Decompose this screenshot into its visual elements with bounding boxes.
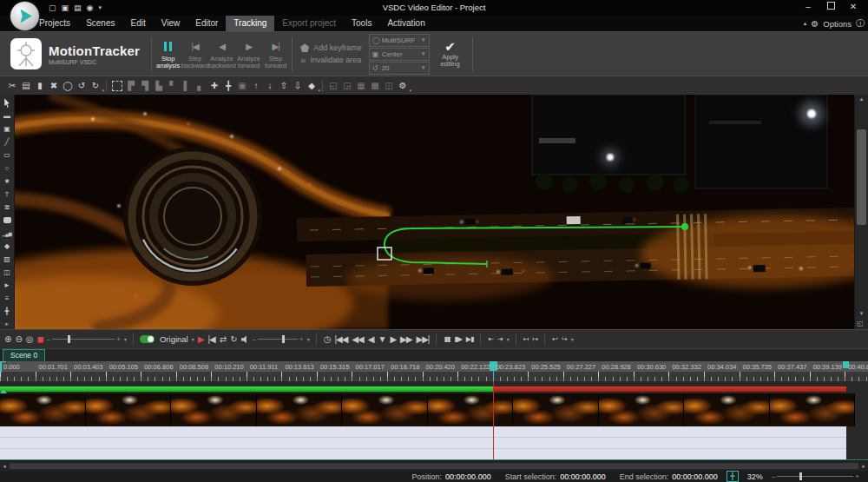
redo-icon[interactable]: ↻▾ xyxy=(89,79,102,93)
menu-item-view[interactable]: View xyxy=(154,16,188,31)
analyze-backward-button[interactable]: ◀Analyzebackward xyxy=(208,32,235,76)
video-preview-canvas[interactable] xyxy=(15,95,854,329)
select-area-icon[interactable] xyxy=(110,79,124,93)
show-time-icon[interactable]: ◷ xyxy=(323,330,332,348)
angle-dropdown[interactable]: ↺20▼ xyxy=(369,62,430,75)
tool-levels[interactable]: ≡ xyxy=(0,292,14,305)
pause-at-cursor-icon[interactable]: ▮▶ xyxy=(453,330,463,348)
copy-icon[interactable]: ▤ xyxy=(19,79,33,93)
menu-item-export-project[interactable]: Export project xyxy=(274,16,344,31)
step-forward-button[interactable]: ▶|Stepforward xyxy=(262,32,289,76)
preview-mode-toggle[interactable] xyxy=(140,335,155,343)
bring-to-front-icon[interactable]: ⇧ xyxy=(277,79,291,93)
snap-toggle[interactable]: ╋ xyxy=(727,471,739,482)
tool-rectangle[interactable]: ▭ xyxy=(0,149,14,162)
next-second-icon[interactable]: ▶▶ xyxy=(399,330,412,348)
align-center-icon[interactable]: ▜ xyxy=(138,79,152,93)
group-icon[interactable]: ◱ xyxy=(326,79,340,93)
scroll-right-icon[interactable]: ▸ xyxy=(859,461,868,471)
clip-thumbnail[interactable] xyxy=(428,393,514,426)
tool-tooltip[interactable] xyxy=(0,214,14,227)
tool-video[interactable]: ◫ xyxy=(0,266,14,279)
timeline-horizontal-scrollbar[interactable]: ◂ ▸ xyxy=(0,460,868,471)
volume-dropdown-icon[interactable]: ▾ xyxy=(307,336,310,342)
clip-thumbnail[interactable] xyxy=(770,393,856,426)
analysis-progress-pending[interactable] xyxy=(493,386,846,392)
preview-mode-dropdown-icon[interactable]: ▾ xyxy=(192,336,194,342)
preview-mode-label[interactable]: Original xyxy=(160,334,188,344)
clip-thumbnail[interactable] xyxy=(599,393,685,426)
clip-thumbnail[interactable] xyxy=(684,393,770,426)
apply-editing-button[interactable]: ✔ Applyediting xyxy=(431,32,470,76)
zoom-out-icon[interactable]: – xyxy=(772,472,775,480)
close-button[interactable]: ✕ xyxy=(842,0,865,14)
tool-animation[interactable]: ► xyxy=(0,279,14,292)
send-to-back-icon[interactable]: ⇩ xyxy=(291,79,305,93)
scrollbar-thumb[interactable] xyxy=(857,129,866,225)
tool-counter[interactable]: ≣ xyxy=(0,201,14,214)
flip-preview-icon[interactable]: ⇄ xyxy=(219,330,227,348)
jump-to-cursor-icon[interactable]: |◀ xyxy=(207,330,215,348)
sidebar-expand-icon[interactable]: ▸ xyxy=(0,320,14,327)
align-top-icon[interactable]: ▘ xyxy=(166,79,180,93)
snap-to-end-icon[interactable]: ↦ xyxy=(532,330,539,348)
center-vertical-icon[interactable]: ╋ xyxy=(221,79,235,93)
snap-to-start-icon[interactable]: ↤ xyxy=(523,330,529,348)
paste-icon[interactable]: ▮ xyxy=(33,79,47,93)
fit-screen-icon[interactable]: ▣ xyxy=(235,79,249,93)
minimize-button[interactable]: – xyxy=(797,0,819,14)
tool-add-slide[interactable]: ▬ xyxy=(0,109,14,122)
shift-left-icon[interactable]: ↩ xyxy=(551,330,558,348)
align-left-icon[interactable]: ▛ xyxy=(124,79,138,93)
timeline-ruler[interactable]: 0.00000:01.70100:03.40300:05.10500:06.80… xyxy=(0,361,868,381)
clip-thumbnail[interactable] xyxy=(513,393,599,426)
tool-ellipse[interactable]: ○ xyxy=(0,162,14,175)
zoom-in-icon[interactable]: ⊕ xyxy=(3,330,11,348)
tool-pointer[interactable] xyxy=(0,96,14,109)
tool-chart[interactable]: ▁▄▆ xyxy=(0,227,14,240)
loop-playback-icon[interactable]: ↻ xyxy=(229,330,237,348)
clip-thumbnail[interactable] xyxy=(257,393,343,426)
slider-thumb[interactable] xyxy=(282,335,285,343)
zoom-in-icon[interactable]: + xyxy=(855,472,859,480)
tool-image[interactable]: ▧ xyxy=(0,253,14,266)
video-clip-track[interactable] xyxy=(0,393,855,426)
preview-scale-dropdown-icon[interactable]: ▾ xyxy=(124,336,127,342)
shift-dropdown-icon[interactable]: ▾ xyxy=(571,336,574,342)
menu-item-activation[interactable]: Activation xyxy=(379,16,432,31)
shape-union-icon[interactable]: ◆▾ xyxy=(305,79,319,93)
align-bottom-icon[interactable]: ▖ xyxy=(194,79,207,93)
pause-at-end-icon[interactable]: ▶▮ xyxy=(465,330,475,348)
canvas-settings-icon[interactable]: ⚙▾ xyxy=(396,79,410,93)
menu-item-tools[interactable]: Tools xyxy=(344,16,379,31)
move-cursor-right-icon[interactable]: ⇥ xyxy=(496,330,503,348)
move-cursor-left-icon[interactable]: ⇤ xyxy=(487,330,494,348)
preview-vertical-scrollbar[interactable]: ▴ ▾ ◱ xyxy=(854,95,868,329)
preview-corner-button[interactable]: ◱ xyxy=(857,320,864,327)
undo-icon[interactable]: ↺ xyxy=(75,79,89,93)
scroll-down-icon[interactable]: ▾ xyxy=(855,310,868,317)
timeline-playhead-line[interactable] xyxy=(493,381,494,459)
pause-at-start-icon[interactable]: ▮▮ xyxy=(443,330,450,348)
algorithm-dropdown[interactable]: ◯MultiSURF▼ xyxy=(369,34,430,47)
fit-preview-icon[interactable]: ◎ xyxy=(25,330,34,348)
menu-item-scenes[interactable]: Scenes xyxy=(78,16,122,31)
tool-text[interactable]: T xyxy=(0,188,14,201)
ungroup-icon[interactable]: ◲ xyxy=(340,79,354,93)
menu-item-tracking[interactable]: Tracking xyxy=(226,16,274,31)
go-first-frame-icon[interactable]: |◀◀ xyxy=(333,330,348,348)
tool-movement[interactable]: ╋ xyxy=(0,305,14,318)
audio-track[interactable] xyxy=(0,426,846,460)
scroll-left-icon[interactable]: ◂ xyxy=(0,461,9,471)
scroll-up-icon[interactable]: ▴ xyxy=(855,96,868,102)
step-backward-button[interactable]: |◀Stepbackward xyxy=(181,32,208,76)
move-down-layer-icon[interactable]: ↓ xyxy=(263,79,277,93)
analysis-progress-done[interactable] xyxy=(0,386,493,392)
clone-icon[interactable]: ◯ xyxy=(61,79,75,93)
tool-duplicate[interactable]: ▣ xyxy=(0,122,14,135)
slider-thumb[interactable] xyxy=(68,335,70,343)
zoom-out-icon[interactable]: ⊖ xyxy=(14,330,22,348)
play-preview-icon[interactable]: ▶ xyxy=(197,330,205,348)
tool-sprite[interactable]: ◆ xyxy=(0,240,14,253)
anchor-dropdown[interactable]: ▣Center▼ xyxy=(369,48,430,61)
